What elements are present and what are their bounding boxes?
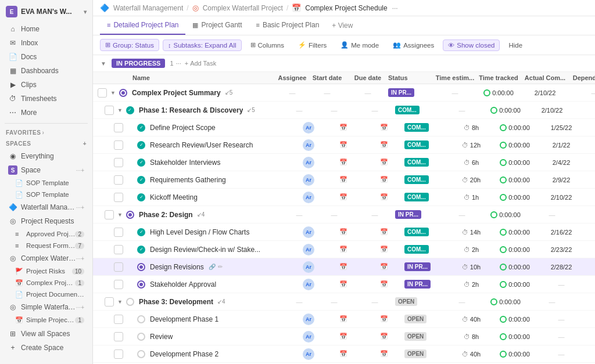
hide-btn[interactable]: Hide bbox=[503, 39, 528, 51]
cell-due[interactable]: 📅 bbox=[364, 246, 404, 253]
sidebar-item-space[interactable]: S Space ··· + bbox=[2, 163, 90, 177]
cell-start[interactable]: 📅 bbox=[323, 315, 364, 323]
cell-status[interactable]: OPEN bbox=[395, 297, 442, 306]
group-btn[interactable]: ⊞ Group: Status bbox=[100, 39, 159, 51]
row-checkbox[interactable] bbox=[114, 332, 123, 341]
sidebar-item-docs[interactable]: 📄 Docs bbox=[2, 50, 90, 64]
cell-status[interactable]: OPEN bbox=[404, 349, 451, 358]
row-checkbox[interactable] bbox=[114, 123, 123, 132]
cell-start[interactable]: — bbox=[307, 89, 347, 96]
cell-status[interactable]: IN PR... bbox=[388, 88, 435, 97]
breadcrumb-more-btn[interactable]: ··· bbox=[392, 4, 398, 12]
cell-status[interactable]: IN PR... bbox=[404, 262, 451, 271]
row-expand-btn[interactable]: ▼ bbox=[117, 212, 123, 218]
cell-start[interactable]: 📅 bbox=[323, 158, 364, 166]
cell-due[interactable]: 📅 bbox=[364, 141, 404, 149]
row-checkbox[interactable] bbox=[114, 280, 123, 289]
sidebar-item-inbox[interactable]: ✉ Inbox bbox=[2, 36, 90, 50]
cell-status[interactable]: IN PR... bbox=[404, 280, 451, 289]
tab-basic[interactable]: ≡ Basic Project Plan bbox=[249, 16, 327, 35]
cell-due[interactable]: 📅 bbox=[364, 263, 404, 271]
workspace-header[interactable]: E EVA MAN's W... ▾ bbox=[0, 0, 92, 21]
row-expand-btn[interactable]: ▼ bbox=[117, 299, 123, 305]
sidebar-item-project-risks[interactable]: 🚩 Project Risks 10 bbox=[2, 265, 90, 277]
task-row[interactable]: ✓ Stakeholder Interviews Ar 📅 📅 COM... ⏱… bbox=[93, 154, 595, 171]
sidebar-item-everything[interactable]: ◉ Everything bbox=[2, 149, 90, 163]
cell-due[interactable]: 📅 bbox=[364, 158, 404, 166]
task-row[interactable]: ▼ Phase 3: Development ↙4 — — — OPEN — 0… bbox=[93, 293, 595, 311]
create-space[interactable]: + Create Space bbox=[2, 341, 90, 355]
cell-start[interactable]: — bbox=[314, 211, 354, 218]
cell-start[interactable]: 📅 bbox=[323, 176, 364, 183]
tab-add-view[interactable]: + View bbox=[326, 17, 359, 34]
task-row[interactable]: ▼ Complex Project Summary ↙5 — — — IN PR… bbox=[93, 84, 595, 102]
task-row[interactable]: ✓ Define Project Scope Ar 📅 📅 COM... ⏱8h… bbox=[93, 119, 595, 136]
cell-status[interactable]: COM... bbox=[404, 228, 451, 236]
breadcrumb-waterfall[interactable]: Waterfall Management bbox=[113, 4, 183, 12]
sidebar-item-more[interactable]: ⋯ More bbox=[2, 106, 90, 120]
sidebar-item-approved-projects[interactable]: ≡ Approved Projects 2 bbox=[2, 228, 90, 240]
me-mode-btn[interactable]: 👤 Me mode bbox=[335, 39, 384, 51]
row-checkbox[interactable] bbox=[114, 245, 123, 254]
subtasks-btn[interactable]: ↕ Subtasks: Expand All bbox=[163, 39, 242, 51]
breadcrumb-complex[interactable]: Complex Waterfall Project bbox=[203, 4, 283, 12]
cell-due[interactable]: 📅 bbox=[364, 176, 404, 183]
cell-start[interactable]: 📅 bbox=[323, 193, 364, 201]
row-checkbox[interactable] bbox=[105, 106, 114, 115]
cell-start[interactable]: 📅 bbox=[323, 263, 364, 271]
group-toggle-btn[interactable]: ▼ bbox=[98, 60, 109, 67]
row-checkbox[interactable] bbox=[114, 140, 123, 150]
cell-start[interactable]: 📅 bbox=[323, 333, 364, 340]
task-row[interactable]: ▼ Phase 2: Design ↙4 — — — IN PR... — 0:… bbox=[93, 206, 595, 224]
sidebar-item-sop-template-2[interactable]: 📄 SOP Template bbox=[2, 189, 90, 200]
view-all-spaces[interactable]: ⊞ View all Spaces bbox=[2, 327, 90, 341]
row-checkbox[interactable] bbox=[105, 210, 114, 219]
cell-start[interactable]: 📅 bbox=[323, 246, 364, 253]
row-checkbox[interactable] bbox=[114, 175, 123, 185]
row-checkbox[interactable] bbox=[114, 262, 123, 272]
cell-due[interactable]: — bbox=[347, 89, 388, 96]
row-expand-btn[interactable]: ▼ bbox=[110, 90, 116, 96]
sidebar-item-dashboards[interactable]: ▦ Dashboards bbox=[2, 64, 90, 78]
cell-status[interactable]: OPEN bbox=[404, 332, 451, 341]
task-row[interactable]: Review Ar 📅 📅 OPEN ⏱8h 0:00:00 — — — — bbox=[93, 328, 595, 345]
row-checkbox[interactable] bbox=[114, 315, 123, 324]
cell-status[interactable]: COM... bbox=[404, 193, 451, 201]
sidebar-item-waterfall-mgmt[interactable]: 🔷 Waterfall Management ··· + bbox=[2, 200, 90, 214]
row-checkbox[interactable] bbox=[105, 297, 114, 307]
columns-btn[interactable]: ⊞ Columns bbox=[245, 39, 289, 51]
cell-due[interactable]: 📅 bbox=[364, 228, 404, 236]
cell-due[interactable]: 📅 bbox=[364, 124, 404, 131]
cell-status[interactable]: COM... bbox=[404, 140, 451, 149]
add-space-btn[interactable]: + bbox=[83, 140, 87, 147]
filters-btn[interactable]: ⚡ Filters bbox=[293, 39, 332, 51]
space-add[interactable]: + bbox=[81, 167, 84, 174]
row-checkbox[interactable] bbox=[114, 228, 123, 237]
task-row[interactable]: ✓ Research Review/User Research Ar 📅 📅 C… bbox=[93, 136, 595, 154]
row-checkbox[interactable] bbox=[114, 349, 123, 359]
row-pencil-icon[interactable]: ✏ bbox=[218, 264, 223, 270]
sidebar-item-timesheets[interactable]: ⏱ Timesheets bbox=[2, 92, 90, 106]
sidebar-item-sop-template-1[interactable]: 📄 SOP Template bbox=[2, 177, 90, 189]
task-row[interactable]: Development Phase 1 Ar 📅 📅 OPEN ⏱40h 0:0… bbox=[93, 311, 595, 328]
cell-status[interactable]: IN PR... bbox=[395, 210, 442, 219]
row-expand-btn[interactable]: ▼ bbox=[117, 107, 123, 113]
tab-gantt[interactable]: ▦ Project Gantt bbox=[185, 16, 249, 35]
sidebar-item-project-documentation[interactable]: 📄 Project Documentation bbox=[2, 289, 90, 300]
cell-start[interactable]: 📅 bbox=[323, 141, 364, 149]
cell-start[interactable]: 📅 bbox=[323, 124, 364, 131]
sidebar-item-complex-project-s[interactable]: 📅 Complex Project S... 1 bbox=[2, 277, 90, 289]
cell-due[interactable]: 📅 bbox=[364, 280, 404, 288]
sidebar-item-complex-waterfall[interactable]: ◎ Complex Waterfall ... ··· + bbox=[2, 251, 90, 265]
group-more-btn[interactable]: ··· bbox=[176, 60, 181, 67]
cell-status[interactable]: COM... bbox=[404, 158, 451, 167]
cell-status[interactable]: COM... bbox=[404, 123, 451, 132]
simple-wf-add[interactable]: + bbox=[81, 304, 84, 311]
task-row[interactable]: ✓ Requirements Gathering Ar 📅 📅 COM... ⏱… bbox=[93, 171, 595, 189]
cell-due[interactable]: — bbox=[354, 211, 395, 218]
cell-due[interactable]: — bbox=[354, 107, 395, 114]
cell-due[interactable]: 📅 bbox=[364, 315, 404, 323]
cell-due[interactable]: — bbox=[354, 298, 395, 305]
row-checkbox[interactable] bbox=[114, 158, 123, 167]
group-add-task-btn[interactable]: + Add Task bbox=[185, 60, 217, 67]
